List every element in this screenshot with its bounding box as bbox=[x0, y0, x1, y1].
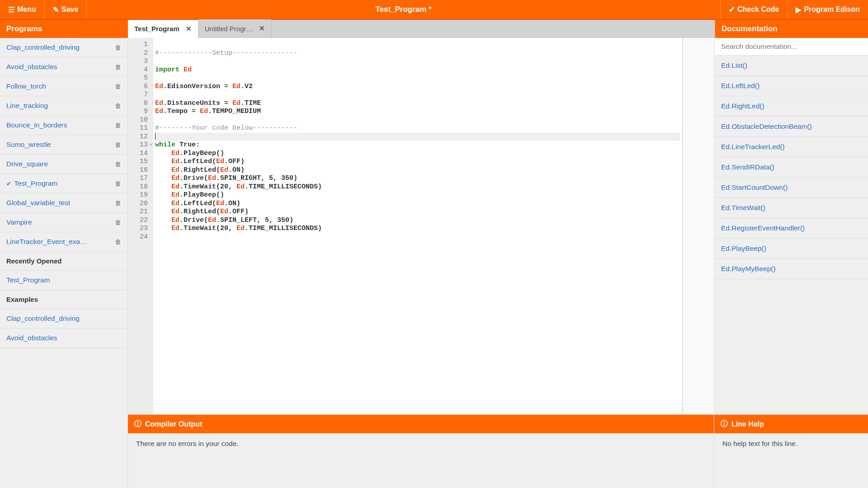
trash-icon[interactable] bbox=[110, 43, 121, 52]
editor-tab[interactable]: Test_Program✕ bbox=[128, 20, 198, 38]
close-icon[interactable]: ✕ bbox=[259, 24, 265, 33]
program-item[interactable]: Test_Program bbox=[0, 174, 127, 193]
program-item[interactable]: LineTracker_Event_exa… bbox=[0, 232, 127, 252]
recent-item[interactable]: Test_Program bbox=[0, 271, 127, 290]
code-line[interactable] bbox=[155, 116, 680, 125]
code-line[interactable]: while True: bbox=[155, 141, 680, 150]
documentation-item[interactable]: Ed.PlayBeep() bbox=[715, 239, 868, 259]
program-item[interactable]: Sumo_wrestle bbox=[0, 135, 127, 155]
line-number: 15 bbox=[128, 158, 148, 166]
code-line[interactable]: Ed.PlayBeep() bbox=[155, 191, 680, 200]
pencil-icon bbox=[53, 5, 59, 14]
program-item[interactable]: Vampire bbox=[0, 213, 127, 232]
line-number: 6 bbox=[128, 83, 148, 91]
program-item-label: Sumo_wrestle bbox=[6, 141, 51, 149]
documentation-item[interactable]: Ed.PlayMyBeep() bbox=[715, 259, 868, 279]
line-number: 13 bbox=[128, 141, 148, 150]
documentation-item[interactable]: Ed.RegisterEventHandler() bbox=[715, 218, 868, 239]
program-item[interactable]: Clap_controlled_driving bbox=[0, 38, 127, 57]
code-line[interactable]: Ed.TimeWait(20, Ed.TIME_MILLISECONDS) bbox=[155, 183, 680, 192]
program-item[interactable]: Line_tracking bbox=[0, 96, 127, 116]
trash-icon[interactable] bbox=[110, 238, 121, 246]
line-number: 12 bbox=[128, 133, 148, 141]
code-line[interactable] bbox=[155, 57, 680, 66]
code-line[interactable]: #-------------Setup---------------- bbox=[155, 49, 680, 58]
trash-icon[interactable] bbox=[110, 160, 121, 168]
code-line[interactable]: Ed.EdisonVersion = Ed.V2 bbox=[155, 83, 680, 91]
program-item-label: Line_tracking bbox=[6, 102, 48, 110]
play-icon bbox=[796, 5, 801, 14]
example-item[interactable]: Avoid_obstacles bbox=[0, 328, 127, 348]
trash-icon[interactable] bbox=[110, 63, 121, 71]
documentation-item[interactable]: Ed.ObstacleDetectionBeam() bbox=[715, 117, 868, 137]
check-code-label: Check Code bbox=[737, 5, 779, 14]
line-number: 1 bbox=[128, 41, 148, 49]
documentation-item[interactable]: Ed.LineTrackerLed() bbox=[715, 137, 868, 157]
trash-icon[interactable] bbox=[110, 82, 121, 90]
documentation-item[interactable]: Ed.List() bbox=[715, 56, 868, 76]
code-line[interactable]: Ed.PlayBeep() bbox=[155, 150, 680, 158]
save-button[interactable]: Save bbox=[45, 0, 87, 19]
code-line[interactable] bbox=[155, 41, 680, 49]
programs-scroll[interactable]: Clap_controlled_drivingAvoid_obstaclesFo… bbox=[0, 38, 128, 488]
trash-icon[interactable] bbox=[110, 199, 121, 207]
compiler-output-header: Compiler Output bbox=[128, 415, 714, 433]
line-number: 10 bbox=[128, 116, 148, 125]
documentation-item[interactable]: Ed.StartCountDown() bbox=[715, 178, 868, 198]
top-bar: Menu Save Test_Program * Check Code Prog… bbox=[0, 0, 868, 20]
code-area[interactable]: #-------------Setup---------------- impo… bbox=[153, 38, 683, 414]
compiler-output-body: There are no errors in your code. bbox=[128, 433, 714, 454]
code-line[interactable] bbox=[155, 74, 680, 83]
program-item-label: Bounce_in_borders bbox=[6, 121, 67, 129]
code-line[interactable]: Ed.RightLed(Ed.OFF) bbox=[155, 208, 680, 216]
trash-icon[interactable] bbox=[110, 102, 121, 110]
documentation-item[interactable]: Ed.LeftLed() bbox=[715, 76, 868, 96]
editor-minimap[interactable] bbox=[683, 38, 714, 414]
close-icon[interactable]: ✕ bbox=[186, 25, 192, 33]
trash-icon[interactable] bbox=[110, 179, 121, 188]
trash-icon[interactable] bbox=[110, 121, 121, 129]
documentation-item[interactable]: Ed.SendIRData() bbox=[715, 157, 868, 178]
code-line[interactable] bbox=[155, 91, 680, 99]
code-line[interactable]: Ed.RightLed(Ed.ON) bbox=[155, 166, 680, 175]
program-item[interactable]: Bounce_in_borders bbox=[0, 116, 127, 135]
line-number-gutter: 123456789101112131415161718192021222324 bbox=[128, 38, 153, 414]
line-number: 7 bbox=[128, 91, 148, 99]
editor-tab[interactable]: Untitled Progr…✕ bbox=[198, 19, 272, 38]
trash-icon[interactable] bbox=[110, 218, 121, 226]
documentation-item[interactable]: Ed.RightLed() bbox=[715, 96, 868, 117]
code-editor[interactable]: 123456789101112131415161718192021222324 … bbox=[128, 38, 714, 414]
documentation-item[interactable]: Ed.TimeWait() bbox=[715, 198, 868, 218]
program-edison-button[interactable]: Program Edison bbox=[787, 0, 868, 19]
line-number: 11 bbox=[128, 124, 148, 133]
program-item[interactable]: Drive_square bbox=[0, 155, 127, 174]
line-number: 18 bbox=[128, 183, 148, 192]
trash-icon[interactable] bbox=[110, 141, 121, 149]
check-code-button[interactable]: Check Code bbox=[720, 0, 787, 19]
compiler-output-title: Compiler Output bbox=[145, 420, 202, 428]
code-line[interactable]: Ed.Drive(Ed.SPIN_RIGHT, 5, 350) bbox=[155, 174, 680, 183]
program-item-label: Test_Program bbox=[14, 179, 57, 188]
code-line[interactable] bbox=[155, 233, 680, 242]
code-line[interactable]: Ed.LeftLed(Ed.OFF) bbox=[155, 158, 680, 166]
menu-icon bbox=[8, 5, 14, 14]
code-line[interactable]: Ed.DistanceUnits = Ed.TIME bbox=[155, 99, 680, 108]
program-item[interactable]: Global_variable_test bbox=[0, 193, 127, 213]
line-number: 5 bbox=[128, 74, 148, 83]
line-help-body: No help text for this line. bbox=[714, 433, 868, 454]
line-number: 4 bbox=[128, 66, 148, 75]
code-line[interactable]: Ed.Tempo = Ed.TEMPO_MEDIUM bbox=[155, 108, 680, 116]
code-line[interactable]: Ed.TimeWait(20, Ed.TIME_MILLISECONDS) bbox=[155, 225, 680, 233]
code-line[interactable]: Ed.Drive(Ed.SPIN_LEFT, 5, 350) bbox=[155, 216, 680, 225]
program-item[interactable]: Follow_torch bbox=[0, 77, 127, 96]
code-line[interactable]: #--------Your code below----------- bbox=[155, 124, 680, 133]
program-item[interactable]: Avoid_obstacles bbox=[0, 57, 127, 77]
menu-button[interactable]: Menu bbox=[0, 0, 45, 19]
example-item[interactable]: Clap_controlled_driving bbox=[0, 309, 127, 328]
code-line[interactable]: Ed.LeftLed(Ed.ON) bbox=[155, 200, 680, 208]
code-line[interactable] bbox=[155, 133, 680, 141]
code-line[interactable]: import Ed bbox=[155, 66, 680, 75]
programs-header: Programs bbox=[0, 20, 128, 38]
documentation-search-input[interactable] bbox=[715, 38, 868, 55]
line-number: 22 bbox=[128, 216, 148, 225]
